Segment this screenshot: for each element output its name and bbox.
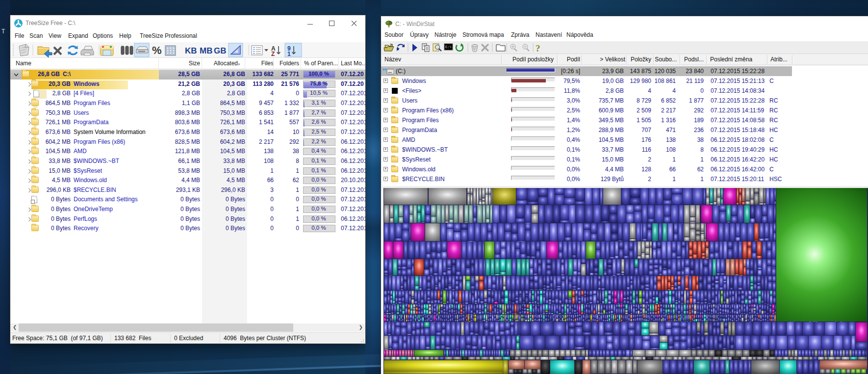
svg-text:MB: MB [200,46,212,55]
svg-text:KB: KB [185,46,197,55]
svg-text:1: 1 [287,51,291,57]
svg-text:GB: GB [214,46,227,55]
svg-text:?: ? [536,43,540,53]
svg-text:%: % [152,44,162,56]
svg-text:C:\: C:\ [445,45,452,49]
svg-text:Z: Z [271,51,275,57]
